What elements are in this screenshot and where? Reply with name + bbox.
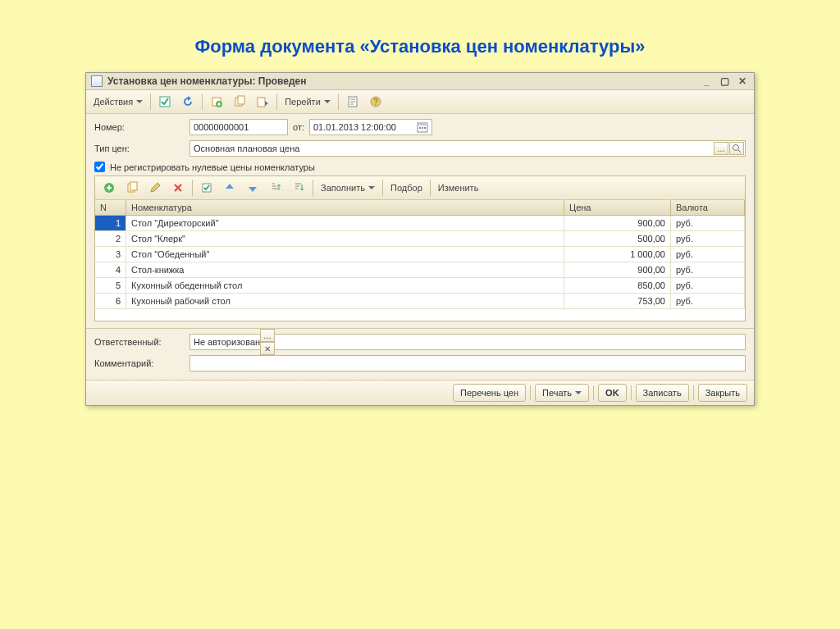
comment-field[interactable] [189,355,746,371]
sort-asc-icon[interactable] [265,179,286,197]
document-icon [91,75,103,87]
separator [276,93,277,110]
cell-item: Стол-книжка [126,262,564,277]
cell-item: Стол "Клерк" [126,231,564,246]
footer-bar: Перечень цен Печать OK Записать Закрыть [86,380,754,405]
cell-n: 4 [95,262,126,277]
svg-rect-13 [424,127,426,129]
separator [202,93,203,110]
table-row[interactable]: 4 Стол-книжка 900,00 руб. [95,262,745,278]
comment-label: Комментарий: [94,358,185,368]
post-icon[interactable] [154,93,176,111]
cell-currency: руб. [671,294,745,308]
no-zero-prices-checkbox[interactable] [94,162,105,172]
no-zero-prices-label: Не регистрировать нулевые цены номенклат… [110,162,315,172]
minimize-icon[interactable]: _ [700,75,713,87]
col-currency[interactable]: Валюта [671,200,745,215]
change-button[interactable]: Изменить [434,179,483,197]
cell-n: 3 [95,247,126,262]
table-row[interactable]: 1 Стол "Директорский" 900,00 руб. [95,216,745,231]
cell-currency: руб. [671,278,745,293]
table-row[interactable]: 6 Кухонный рабочий стол 753,00 руб. [95,294,745,309]
clear-button[interactable]: ✕ [260,342,275,355]
separator [631,385,632,400]
row-delete-icon[interactable] [167,179,189,197]
add-icon[interactable] [206,93,227,111]
ok-button[interactable]: OK [598,384,627,402]
cell-n: 2 [95,231,126,246]
cell-currency: руб. [671,231,745,246]
svg-point-14 [733,145,739,151]
calendar-icon[interactable] [417,121,428,133]
titlebar: Установка цен номенклатуры: Проведен _ ▢… [86,73,754,90]
pricelist-button[interactable]: Перечень цен [453,384,526,402]
grid-toolbar: Заполнить Подбор Изменить [95,176,745,200]
sort-desc-icon[interactable] [288,179,309,197]
close-icon[interactable]: ✕ [736,75,749,87]
price-grid: Заполнить Подбор Изменить N Номенклатура… [94,175,746,321]
svg-rect-11 [419,127,421,129]
grid-body: 1 Стол "Директорский" 900,00 руб. 2 Стол… [95,216,745,321]
col-n[interactable]: N [95,200,126,215]
pricetype-field[interactable]: Основная плановая цена … [189,140,746,157]
responsible-value: Не авторизован [194,337,260,347]
cell-n: 6 [95,294,126,308]
pricetype-label: Тип цен: [94,144,185,153]
table-row[interactable]: 5 Кухонный обеденный стол 850,00 руб. [95,278,745,294]
table-row[interactable]: 3 Стол "Обеденный" 1 000,00 руб. [95,247,745,262]
fill-button[interactable]: Заполнить [317,179,379,197]
maximize-icon[interactable]: ▢ [718,75,731,87]
separator [593,385,594,400]
cell-n: 1 [95,216,126,230]
print-button[interactable]: Печать [535,384,589,402]
document-window: Установка цен номенклатуры: Проведен _ ▢… [85,72,755,406]
row-edit-icon[interactable] [144,179,166,197]
responsible-label: Ответственный: [94,337,185,347]
separator [382,180,383,196]
responsible-field[interactable]: Не авторизован … ✕ [189,334,746,350]
row-copy-icon[interactable] [121,179,143,197]
cell-item: Стол "Обеденный" [126,247,564,262]
cell-item: Стол "Директорский" [126,216,564,230]
cell-item: Кухонный рабочий стол [126,294,564,308]
cell-currency: руб. [671,216,745,230]
svg-rect-4 [238,96,244,104]
separator [150,93,151,110]
report-icon[interactable] [342,93,363,111]
number-label: Номер: [94,122,185,132]
close-button[interactable]: Закрыть [698,384,747,402]
page-caption: Форма документа «Установка цен номенклат… [0,0,840,72]
grid-header: N Номенклатура Цена Валюта [95,200,745,216]
cell-n: 5 [95,278,126,293]
date-field[interactable]: 01.01.2013 12:00:00 [309,119,432,135]
main-toolbar: Действия Перейти ? [86,90,754,114]
cell-price: 753,00 [564,294,671,308]
date-value: 01.01.2013 12:00:00 [313,122,396,132]
select-button[interactable]: Подбор [386,179,427,197]
separator [338,93,339,110]
select-button[interactable]: … [260,329,275,342]
cell-price: 900,00 [564,262,671,277]
cell-price: 500,00 [564,231,671,246]
goto-button[interactable]: Перейти [281,93,335,111]
row-finish-icon[interactable] [196,179,217,197]
copy-icon[interactable] [229,93,250,111]
select-button[interactable]: … [714,142,728,155]
col-item[interactable]: Номенклатура [126,200,564,215]
basedon-icon[interactable] [252,93,273,111]
open-button[interactable] [729,142,744,155]
separator [530,385,531,400]
refresh-icon[interactable] [177,93,199,111]
number-field[interactable]: 00000000001 [189,119,288,135]
help-icon[interactable]: ? [365,93,386,111]
cell-price: 900,00 [564,216,671,230]
save-button[interactable]: Записать [636,384,689,402]
move-up-icon[interactable] [219,179,240,197]
col-price[interactable]: Цена [564,200,671,215]
svg-rect-5 [258,98,265,107]
row-add-icon[interactable] [98,179,120,197]
actions-button[interactable]: Действия [89,93,147,111]
cell-price: 850,00 [564,278,671,293]
move-down-icon[interactable] [242,179,263,197]
table-row[interactable]: 2 Стол "Клерк" 500,00 руб. [95,231,745,247]
